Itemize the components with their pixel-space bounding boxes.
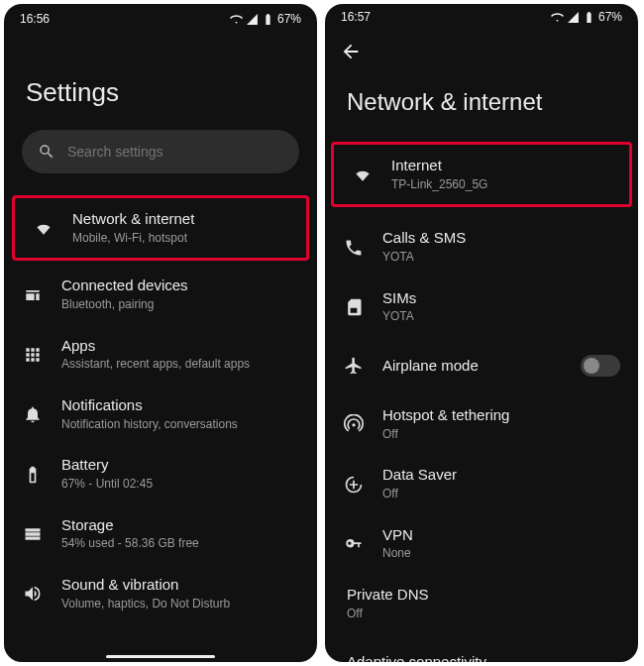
item-connected-devices[interactable]: Connected devices Bluetooth, pairing bbox=[4, 265, 317, 324]
phone-right-network: 16:57 67% Network & internet Internet TP… bbox=[325, 4, 638, 662]
item-notifications[interactable]: Notifications Notification history, conv… bbox=[4, 385, 317, 444]
data-saver-icon bbox=[343, 474, 365, 496]
item-network-internet[interactable]: Network & internet Mobile, Wi-Fi, hotspo… bbox=[15, 198, 306, 258]
item-airplane-mode[interactable]: Airplane mode bbox=[325, 337, 638, 394]
status-time: 16:57 bbox=[341, 10, 371, 24]
item-hotspot[interactable]: Hotspot & tethering Off bbox=[325, 394, 638, 454]
status-battery: 67% bbox=[277, 12, 301, 26]
item-sims[interactable]: SIMs YOTA bbox=[325, 278, 638, 337]
status-right: 67% bbox=[230, 12, 301, 26]
search-settings[interactable] bbox=[22, 130, 299, 173]
item-sub: Mobile, Wi-Fi, hotspot bbox=[72, 231, 288, 247]
wifi-icon bbox=[230, 13, 243, 26]
back-button[interactable] bbox=[339, 40, 363, 63]
signal-icon bbox=[246, 13, 259, 26]
item-title: Hotspot & tethering bbox=[382, 406, 620, 425]
status-bar: 16:57 67% bbox=[325, 4, 638, 26]
storage-icon bbox=[22, 523, 44, 545]
battery-icon bbox=[22, 464, 44, 486]
network-list: Internet TP-Link_2560_5G Calls & SMS YOT… bbox=[325, 134, 638, 662]
item-sub: Assistant, recent apps, default apps bbox=[61, 357, 299, 373]
vpn-key-icon bbox=[343, 533, 365, 555]
settings-list: Network & internet Mobile, Wi-Fi, hotspo… bbox=[4, 191, 317, 623]
item-sub: None bbox=[382, 546, 620, 562]
airplane-toggle[interactable] bbox=[581, 355, 620, 377]
item-title: Sound & vibration bbox=[61, 576, 299, 595]
item-sub: Volume, haptics, Do Not Disturb bbox=[61, 597, 299, 612]
volume-icon bbox=[22, 583, 44, 605]
wifi-icon bbox=[33, 217, 54, 239]
hotspot-icon bbox=[343, 413, 365, 435]
item-sub: Notification history, conversations bbox=[61, 417, 299, 433]
item-title: Apps bbox=[61, 337, 299, 356]
highlight-internet: Internet TP-Link_2560_5G bbox=[331, 142, 632, 207]
item-internet[interactable]: Internet TP-Link_2560_5G bbox=[334, 145, 629, 204]
item-sub: Bluetooth, pairing bbox=[61, 297, 299, 313]
item-title: SIMs bbox=[382, 289, 620, 308]
item-title: Airplane mode bbox=[382, 357, 563, 376]
item-title: VPN bbox=[382, 526, 620, 545]
item-title: Data Saver bbox=[382, 466, 620, 485]
item-title: Battery bbox=[61, 456, 299, 475]
item-title: Internet bbox=[391, 157, 611, 175]
page-title: Network & internet bbox=[325, 66, 638, 134]
status-bar: 16:56 67% bbox=[4, 4, 317, 30]
item-sub: Off bbox=[347, 607, 620, 622]
item-sub: Off bbox=[382, 487, 620, 502]
item-vpn[interactable]: VPN None bbox=[325, 514, 638, 574]
item-title: Adaptive connectivity bbox=[347, 653, 620, 662]
search-icon bbox=[38, 143, 55, 161]
sim-icon bbox=[343, 296, 365, 318]
item-storage[interactable]: Storage 54% used - 58.36 GB free bbox=[4, 504, 317, 564]
airplane-icon bbox=[343, 355, 365, 377]
item-sub: YOTA bbox=[382, 250, 620, 266]
battery-icon bbox=[583, 11, 595, 24]
nav-handle[interactable] bbox=[106, 655, 215, 658]
item-sub: 67% - Until 02:45 bbox=[61, 477, 299, 493]
item-sub: YOTA bbox=[382, 309, 620, 325]
item-calls-sms[interactable]: Calls & SMS YOTA bbox=[325, 217, 638, 277]
item-title: Calls & SMS bbox=[382, 229, 620, 248]
apps-icon bbox=[22, 344, 44, 366]
item-title: Private DNS bbox=[347, 586, 620, 605]
item-title: Storage bbox=[61, 516, 299, 535]
wifi-icon bbox=[551, 11, 564, 24]
devices-icon bbox=[22, 284, 44, 306]
item-title: Connected devices bbox=[61, 277, 299, 295]
settings-scroll[interactable]: Settings Network & internet Mobile, Wi-F… bbox=[4, 30, 317, 662]
wifi-icon bbox=[352, 164, 374, 185]
status-battery: 67% bbox=[598, 10, 622, 24]
status-time: 16:56 bbox=[20, 12, 50, 26]
item-title: Notifications bbox=[61, 396, 299, 415]
item-sub: 54% used - 58.36 GB free bbox=[61, 536, 299, 552]
bell-icon bbox=[22, 403, 44, 425]
item-apps[interactable]: Apps Assistant, recent apps, default app… bbox=[4, 325, 317, 385]
item-battery[interactable]: Battery 67% - Until 02:45 bbox=[4, 444, 317, 503]
highlight-network: Network & internet Mobile, Wi-Fi, hotspo… bbox=[12, 195, 309, 261]
phone-left-settings: 16:56 67% Settings Network & internet bbox=[4, 4, 317, 662]
item-sound-vibration[interactable]: Sound & vibration Volume, haptics, Do No… bbox=[4, 564, 317, 623]
page-title: Settings bbox=[4, 30, 317, 130]
arrow-left-icon bbox=[340, 41, 362, 62]
battery-icon bbox=[262, 13, 274, 26]
item-sub: TP-Link_2560_5G bbox=[391, 177, 611, 193]
item-title: Network & internet bbox=[72, 210, 288, 229]
item-data-saver[interactable]: Data Saver Off bbox=[325, 454, 638, 513]
status-right: 67% bbox=[551, 10, 622, 24]
phone-icon bbox=[343, 237, 365, 259]
item-sub: Off bbox=[382, 427, 620, 443]
search-input[interactable] bbox=[67, 144, 283, 160]
item-private-dns[interactable]: Private DNS Off bbox=[325, 574, 638, 633]
item-adaptive-connectivity[interactable]: Adaptive connectivity bbox=[325, 633, 638, 662]
signal-icon bbox=[567, 11, 580, 24]
